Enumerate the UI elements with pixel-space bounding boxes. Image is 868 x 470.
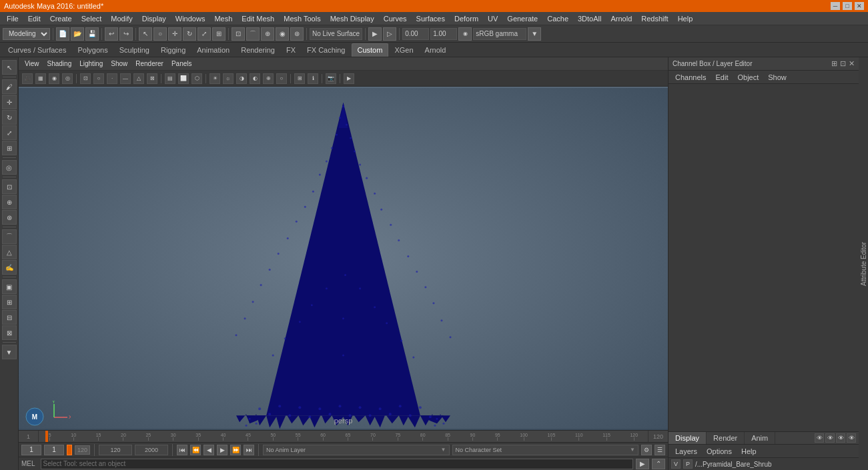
snap-pt2-btn[interactable]: ⊕ bbox=[2, 195, 17, 209]
sculpt-tool-btn[interactable]: ✍ bbox=[2, 260, 17, 275]
vp-menu-show[interactable]: Show bbox=[107, 59, 131, 68]
menu-select[interactable]: Select bbox=[77, 13, 106, 24]
step-fwd-btn[interactable]: ⏩ bbox=[230, 445, 241, 455]
mel-history-btn[interactable]: ⌃ bbox=[652, 459, 665, 469]
vp-edge-btn[interactable]: — bbox=[120, 73, 131, 84]
menu-generate[interactable]: Generate bbox=[503, 13, 542, 24]
menu-curves[interactable]: Curves bbox=[380, 13, 411, 24]
vp-ao-btn[interactable]: ◐ bbox=[250, 73, 260, 84]
snap-grid2-btn[interactable]: ⊡ bbox=[2, 179, 17, 194]
snap-view-btn[interactable]: ⊛ bbox=[290, 27, 304, 41]
layer-eye-btn1[interactable]: 👁 bbox=[815, 433, 824, 443]
snap-point-btn[interactable]: ⊕ bbox=[261, 27, 274, 41]
layer-protected-p[interactable]: P bbox=[683, 459, 693, 469]
attribute-editor-tab[interactable]: Attribute Editor bbox=[859, 57, 868, 470]
redo-btn[interactable]: ↪ bbox=[119, 27, 133, 41]
colorspace-dropdown-btn[interactable]: ▼ bbox=[528, 27, 541, 41]
vp-vtx-btn[interactable]: · bbox=[107, 73, 117, 84]
menu-edit[interactable]: Edit bbox=[24, 13, 45, 24]
vp-display-btn[interactable]: ▤ bbox=[165, 73, 175, 84]
new-scene-btn[interactable]: 📄 bbox=[56, 27, 69, 41]
misc-btn2[interactable]: ⊞ bbox=[2, 295, 17, 309]
timeline-track[interactable]: 5 10 15 20 25 30 35 40 45 50 55 60 bbox=[39, 431, 648, 442]
mode-dropdown[interactable]: Modeling bbox=[3, 28, 50, 40]
vp-aa-btn[interactable]: ○ bbox=[276, 73, 287, 84]
select-tool-btn[interactable]: ↖ bbox=[2, 60, 17, 75]
cb-dock-btn[interactable]: ⊞ bbox=[831, 59, 837, 68]
move-btn[interactable]: ✛ bbox=[168, 27, 181, 41]
viewport[interactable]: persp M X Y bbox=[19, 87, 668, 430]
tab-curves-surfaces[interactable]: Curves / Surfaces bbox=[3, 43, 71, 57]
ch-menu-show[interactable]: Show bbox=[764, 72, 791, 83]
layer-eye-btn3[interactable]: 👁 bbox=[836, 433, 845, 443]
layer-eye-btn2[interactable]: 👁 bbox=[825, 433, 835, 443]
vp-select-btn[interactable]: ⬜ bbox=[178, 73, 189, 84]
layer-menu-help[interactable]: Help bbox=[737, 446, 761, 457]
ipr-btn[interactable]: ▷ bbox=[383, 27, 396, 41]
mel-run-btn[interactable]: ▶ bbox=[636, 459, 649, 469]
range-start-field[interactable] bbox=[44, 445, 64, 455]
menu-redshift[interactable]: Redshift bbox=[637, 13, 672, 24]
menu-cache[interactable]: Cache bbox=[543, 13, 572, 24]
save-btn[interactable]: 💾 bbox=[85, 27, 99, 41]
minimize-button[interactable]: ─ bbox=[831, 2, 840, 10]
anim-extra-btn[interactable]: ☰ bbox=[655, 445, 665, 455]
vp-xray-btn[interactable]: ◎ bbox=[62, 73, 73, 84]
ch-menu-edit[interactable]: Edit bbox=[711, 72, 732, 83]
open-btn[interactable]: 📂 bbox=[71, 27, 84, 41]
current-frame-field[interactable] bbox=[21, 445, 41, 455]
move-tool-btn[interactable]: ✛ bbox=[2, 95, 17, 109]
menu-surfaces[interactable]: Surfaces bbox=[412, 13, 449, 24]
misc-btn3[interactable]: ⊟ bbox=[2, 310, 17, 325]
universal-tool-btn[interactable]: ⊞ bbox=[2, 141, 17, 155]
vp-snap2-btn[interactable]: ⬡ bbox=[191, 73, 202, 84]
misc-btn1[interactable]: ▣ bbox=[2, 279, 17, 294]
tab-animation[interactable]: Animation bbox=[191, 43, 235, 57]
cb-float-btn[interactable]: ⊡ bbox=[840, 59, 846, 68]
tab-fxcaching[interactable]: FX Caching bbox=[302, 43, 350, 57]
rotate-btn[interactable]: ↻ bbox=[183, 27, 196, 41]
tab-custom[interactable]: Custom bbox=[352, 43, 389, 57]
attribute-editor-label[interactable]: Attribute Editor bbox=[859, 57, 869, 470]
mel-input[interactable] bbox=[41, 459, 633, 469]
menu-edit-mesh[interactable]: Edit Mesh bbox=[238, 13, 278, 24]
layer-visibility-v[interactable]: V bbox=[671, 459, 681, 469]
vp-light2-btn[interactable]: ☼ bbox=[223, 73, 234, 84]
polygon-tool-btn[interactable]: △ bbox=[2, 245, 17, 259]
menu-mesh-display[interactable]: Mesh Display bbox=[326, 13, 378, 24]
go-to-end-btn[interactable]: ⏭ bbox=[244, 445, 254, 455]
vp-camera-btn[interactable]: 📷 bbox=[326, 73, 336, 84]
soft-select-btn[interactable]: ◎ bbox=[2, 160, 17, 175]
ch-menu-channels[interactable]: Channels bbox=[671, 72, 710, 83]
vp-menu-view[interactable]: View bbox=[21, 59, 43, 68]
vp-smooth-btn[interactable]: ◉ bbox=[49, 73, 59, 84]
universal-manip-btn[interactable]: ⊞ bbox=[212, 27, 226, 41]
layer-menu-layers[interactable]: Layers bbox=[671, 446, 701, 457]
misc-btn4[interactable]: ⊠ bbox=[2, 325, 17, 340]
menu-3dtoall[interactable]: 3DtoAll bbox=[574, 13, 605, 24]
snap-surf2-btn[interactable]: ⊛ bbox=[2, 210, 17, 225]
select-btn[interactable]: ↖ bbox=[139, 27, 152, 41]
play-back-btn[interactable]: ◀ bbox=[203, 445, 214, 455]
timeline-area[interactable]: 1 5 10 15 20 25 30 35 40 bbox=[19, 430, 668, 442]
layer-eye-btn4[interactable]: 👁 bbox=[847, 433, 856, 443]
vp-play-btn[interactable]: ▶ bbox=[344, 73, 354, 84]
menu-arnold[interactable]: Arnold bbox=[606, 13, 636, 24]
curve-tool-btn[interactable]: ⌒ bbox=[2, 229, 17, 244]
vp-cam-btn[interactable]: 🎥 bbox=[22, 73, 33, 84]
timeline-scrubber[interactable] bbox=[45, 431, 48, 442]
menu-help[interactable]: Help bbox=[674, 13, 697, 24]
cb-close-btn[interactable]: ✕ bbox=[849, 59, 855, 68]
menu-mesh-tools[interactable]: Mesh Tools bbox=[280, 13, 324, 24]
menu-display[interactable]: Display bbox=[138, 13, 170, 24]
vp-hud-btn[interactable]: ℹ bbox=[308, 73, 318, 84]
menu-uv[interactable]: UV bbox=[484, 13, 502, 24]
vp-light1-btn[interactable]: ☀ bbox=[209, 73, 220, 84]
menu-deform[interactable]: Deform bbox=[450, 13, 482, 24]
snap-surface-btn[interactable]: ◉ bbox=[276, 27, 289, 41]
vp-grid-btn[interactable]: ⊞ bbox=[294, 73, 305, 84]
more-btn[interactable]: ▼ bbox=[2, 345, 17, 359]
rotate-tool-btn[interactable]: ↻ bbox=[2, 110, 17, 125]
tab-fx[interactable]: FX bbox=[281, 43, 301, 57]
vp-uvs-btn[interactable]: ⊠ bbox=[147, 73, 157, 84]
